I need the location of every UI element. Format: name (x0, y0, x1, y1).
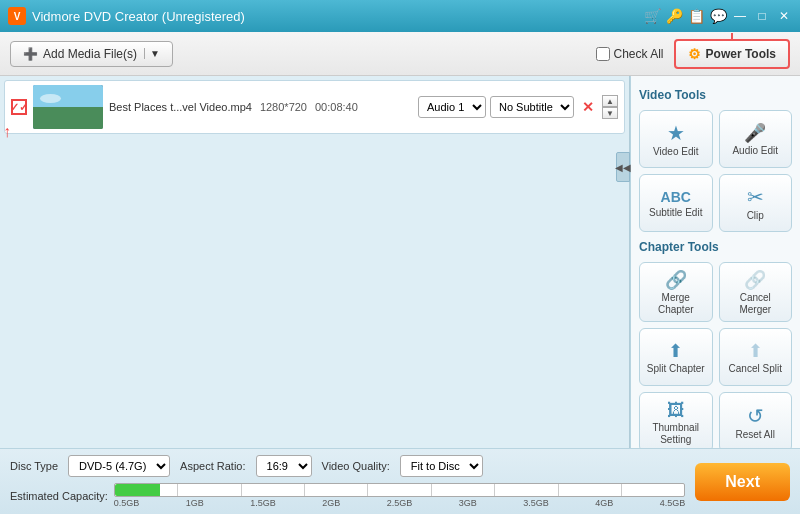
video-quality-select[interactable]: Fit to Disc (400, 455, 483, 477)
file-reorder-arrows: ▲ ▼ (602, 95, 618, 119)
capacity-row: Estimated Capacity: (10, 483, 685, 508)
video-tools-grid: ★ Video Edit 🎤 Audio Edit ABC Subtitle E… (639, 110, 792, 232)
video-edit-button[interactable]: ★ Video Edit (639, 110, 713, 168)
reset-all-icon: ↺ (747, 406, 764, 426)
aspect-ratio-select[interactable]: 16:9 (256, 455, 312, 477)
minimize-button[interactable]: — (732, 8, 748, 24)
thumbnail-setting-button[interactable]: 🖼 Thumbnail Setting (639, 392, 713, 448)
estimated-capacity-label: Estimated Capacity: (10, 490, 108, 502)
file-move-up-button[interactable]: ▲ (602, 95, 618, 107)
audio-edit-button[interactable]: 🎤 Audio Edit (719, 110, 793, 168)
capacity-bar-fill (115, 484, 161, 496)
check-all-area: Check All (596, 47, 664, 61)
power-tools-button[interactable]: ⚙ Power Tools (674, 39, 790, 69)
file-close-button[interactable]: ✕ (580, 99, 596, 115)
tick-label-5: 3GB (459, 498, 477, 508)
tick-9 (622, 484, 684, 496)
clip-button[interactable]: ✂ Clip (719, 174, 793, 232)
cancel-merger-icon: 🔗 (744, 271, 766, 289)
chapter-tools-grid: 🔗 Merge Chapter 🔗 Cancel Merger ⬆ Split … (639, 262, 792, 448)
subtitle-edit-button[interactable]: ABC Subtitle Edit (639, 174, 713, 232)
tick-5 (368, 484, 431, 496)
disc-controls: Disc Type DVD-5 (4.7G) Aspect Ratio: 16:… (10, 455, 685, 477)
tick-4 (305, 484, 368, 496)
file-move-down-button[interactable]: ▼ (602, 107, 618, 119)
split-chapter-icon: ⬆ (668, 342, 683, 360)
main-container: ➕ Add Media File(s) ▼ Check All ⚙ Power … (0, 32, 800, 514)
file-item: ↑ ✓ Best Places t...vel Video.mp4 1280*7… (4, 80, 625, 134)
clip-icon: ✂ (747, 187, 764, 207)
chat-icon[interactable]: 💬 (710, 8, 726, 24)
file-selects: Audio 1 No Subtitle (418, 96, 574, 118)
cancel-split-icon: ⬆ (748, 342, 763, 360)
reset-all-button[interactable]: ↺ Reset All (719, 392, 793, 448)
check-all-label: Check All (614, 47, 664, 61)
capacity-ticks (115, 484, 684, 496)
file-list-panel: ↑ ✓ Best Places t...vel Video.mp4 1280*7… (0, 76, 630, 448)
tick-2 (178, 484, 241, 496)
tick-label-3: 2GB (322, 498, 340, 508)
key-icon[interactable]: 🔑 (666, 8, 682, 24)
tick-label-8: 4.5GB (660, 498, 686, 508)
cancel-split-label: Cancel Split (729, 363, 782, 375)
tools-panel: Video Tools ★ Video Edit 🎤 Audio Edit AB… (630, 76, 800, 448)
arrow-indicator: ↑ (3, 123, 11, 141)
subtitle-edit-label: Subtitle Edit (649, 207, 702, 219)
audio-edit-label: Audio Edit (732, 145, 778, 157)
plus-icon: ➕ (23, 47, 38, 61)
cancel-split-button[interactable]: ⬆ Cancel Split (719, 328, 793, 386)
power-icon: ⚙ (688, 46, 701, 62)
disc-type-select[interactable]: DVD-5 (4.7G) (68, 455, 170, 477)
thumbnail-setting-icon: 🖼 (667, 401, 685, 419)
title-bar: V Vidmore DVD Creator (Unregistered) 🛒 🔑… (0, 0, 800, 32)
tick-label-2: 1.5GB (250, 498, 276, 508)
tick-label-7: 4GB (595, 498, 613, 508)
file-thumbnail (33, 85, 103, 129)
video-edit-label: Video Edit (653, 146, 698, 158)
thumbnail-setting-label: Thumbnail Setting (644, 422, 708, 446)
capacity-tick-labels: 0.5GB 1GB 1.5GB 2GB 2.5GB 3GB 3.5GB 4GB … (114, 498, 685, 508)
clip-label: Clip (747, 210, 764, 222)
clipboard-icon[interactable]: 📋 (688, 8, 704, 24)
content-area: ↑ ✓ Best Places t...vel Video.mp4 1280*7… (0, 76, 800, 448)
tick-label-1: 1GB (186, 498, 204, 508)
cancel-merger-label: Cancel Merger (724, 292, 788, 316)
app-title: Vidmore DVD Creator (Unregistered) (32, 9, 644, 24)
file-info: Best Places t...vel Video.mp4 1280*720 0… (109, 101, 412, 113)
merge-chapter-button[interactable]: 🔗 Merge Chapter (639, 262, 713, 322)
capacity-bar-wrapper: 0.5GB 1GB 1.5GB 2GB 2.5GB 3GB 3.5GB 4GB … (114, 483, 685, 508)
reset-all-label: Reset All (736, 429, 775, 441)
next-button[interactable]: Next (695, 463, 790, 501)
file-resolution: 1280*720 (260, 101, 307, 113)
checkbox-checkmark: ✓ (10, 101, 19, 114)
tick-6 (432, 484, 495, 496)
aspect-ratio-label: Aspect Ratio: (180, 460, 245, 472)
split-chapter-label: Split Chapter (647, 363, 705, 375)
audio-select[interactable]: Audio 1 (418, 96, 486, 118)
video-tools-title: Video Tools (639, 88, 792, 102)
file-checkbox[interactable]: ✓ (11, 99, 27, 115)
video-quality-label: Video Quality: (322, 460, 390, 472)
tick-7 (495, 484, 558, 496)
check-all-checkbox[interactable] (596, 47, 610, 61)
video-edit-icon: ★ (667, 123, 685, 143)
app-icon-letter: V (14, 11, 21, 22)
merge-chapter-label: Merge Chapter (644, 292, 708, 316)
maximize-button[interactable]: □ (754, 8, 770, 24)
split-chapter-button[interactable]: ⬆ Split Chapter (639, 328, 713, 386)
tick-label-6: 3.5GB (523, 498, 549, 508)
merge-chapter-icon: 🔗 (665, 271, 687, 289)
cart-icon[interactable]: 🛒 (644, 8, 660, 24)
cancel-merger-button[interactable]: 🔗 Cancel Merger (719, 262, 793, 322)
close-button[interactable]: ✕ (776, 8, 792, 24)
audio-edit-icon: 🎤 (744, 124, 766, 142)
subtitle-select[interactable]: No Subtitle (490, 96, 574, 118)
bottom-left: Disc Type DVD-5 (4.7G) Aspect Ratio: 16:… (10, 455, 685, 508)
add-media-dropdown-arrow[interactable]: ▼ (144, 48, 160, 59)
file-duration: 00:08:40 (315, 101, 358, 113)
panel-collapse-button[interactable]: ◀◀ (616, 152, 630, 182)
add-media-button[interactable]: ➕ Add Media File(s) ▼ (10, 41, 173, 67)
app-icon: V (8, 7, 26, 25)
subtitle-edit-icon: ABC (661, 190, 691, 204)
bottom-bar: Disc Type DVD-5 (4.7G) Aspect Ratio: 16:… (0, 448, 800, 514)
